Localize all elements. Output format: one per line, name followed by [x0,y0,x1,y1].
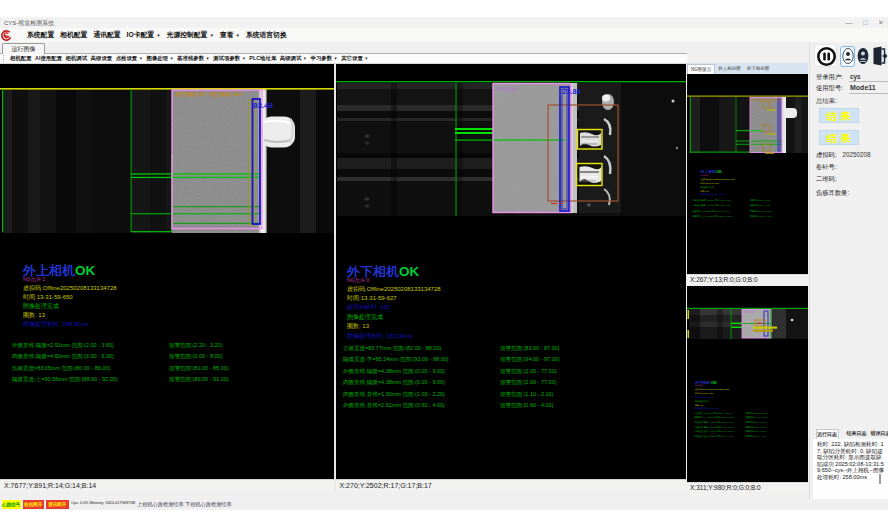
camera-view-upper[interactable]: 静态阈值:93, 动态阈值:100 83.48 外上相机 OK NG允许:1 虚… [0,64,334,480]
tab-count-label: 负极耳数量: [816,189,849,198]
defect-label-mark [765,153,774,154]
measure-line [173,206,261,207]
menu-item-comm-config[interactable]: 通讯配置 [93,30,120,40]
log-scrollbar[interactable] [879,474,881,484]
measure-row: 外侧直线-直线=2.61mm 范围:(0.60 - 4.00) [343,402,445,409]
baseline-green-line [687,308,808,309]
app-status-bar: 心跳信号 相机断开 通讯断开 Cpu: 0.0% Memory: 3424.41… [0,499,888,511]
toolbar-advanced-debug[interactable]: 高级调试▼ [280,55,307,62]
camera-image-lower [337,83,687,216]
toolbar-arrow-icon: ▼ [169,56,173,61]
toolbar-camera-debug[interactable]: 相机调试 [66,55,88,62]
model-value[interactable]: Mode11 [850,84,876,91]
exit-button[interactable] [872,46,887,66]
toolbar-item-label: 高级设置 [91,55,113,62]
log-tab-error[interactable]: 错误日志 [871,429,888,439]
menu-item-label: IO卡配置 [127,30,155,40]
baseline-yellow-line [0,88,334,90]
camera-ok-label: OK [716,169,722,174]
menu-item-view[interactable]: 查看▼ [220,30,240,40]
ai-box-overlay-label: AI检测框 [744,310,755,314]
edge-yellow-mark [688,330,690,338]
alarm-row: 报警范围:(0.00 - 8.00) [169,353,223,360]
login-user-button[interactable] [840,46,855,67]
thumbnail-view-lower[interactable]: AI检测框 外下相机 OK NG允许:0 虚拟码:Offline20250208… [687,286,808,482]
red-tick [757,323,762,324]
toolbar-arrow-icon: ▼ [303,56,307,61]
time-label: 时间:13-31-59-627 [695,392,714,394]
process-time-label: 图像处理耗时: 183.00ms [347,331,413,339]
log-tab-run[interactable]: 运行日志 [816,429,839,439]
camera-ok-label: OK [399,264,420,279]
toolbar-item-label: 基准线参数 [177,55,204,62]
ai-box-overlay-label: AI检测框 [496,86,518,93]
pause-icon [815,45,838,68]
toolbar-camera-config[interactable]: 相机配置 [10,55,32,62]
alarm-row: 报警范围:(94.00 - 97.00) [500,356,560,363]
threshold-overlay-label: 静态阈值:93, 动态阈值:100 [176,91,243,98]
toolbar-item-label: AI使用配置 [35,55,62,62]
admin-user-icon [857,47,869,65]
window-title: CYS-视觉检测系统 [4,19,54,28]
measure-line [131,176,260,177]
menu-item-camera-config[interactable]: 相机配置 [60,30,87,40]
toolbar-arrow-icon: ▼ [242,56,246,61]
process-time-label: 图像处理耗时: 258.00ms [23,320,89,328]
toolbar-other-settings[interactable]: 其它设置▼ [341,55,368,62]
toolbar-item-label: 高级调试 [280,55,302,62]
measure-row: 正极宽度=83.77mm 范围:(82.00 - 88.00) [343,344,441,351]
pause-button[interactable] [814,44,837,67]
log-tab-result[interactable]: 结果日志 [847,429,865,439]
camera-upper-coords-bar: X:7677;Y:891;R:14;G:14;B:14 [0,479,334,491]
toolbar-image-process[interactable]: 图像处理▼ [146,55,173,62]
thumb-tab-upper[interactable]: 外上相机图 [715,64,744,74]
red-tick [551,203,557,204]
toolbar-item-label: 学习参数 [311,55,333,62]
ai-time-label: 处理AI耗时: 165 [346,303,391,311]
roi-green-line [690,97,691,153]
menu-item-language[interactable]: 系统语言切换 [246,30,287,40]
toolbar-advanced-settings[interactable]: 高级设置 [91,55,113,62]
menu-arrow-icon: ▼ [235,33,239,38]
measure-line [742,323,771,324]
measure-line [731,327,742,328]
process-done-label: 图像处理完成 [23,302,59,310]
maximize-button[interactable]: □ [859,18,871,27]
circle-count-label: 圈数: 13 [23,312,46,319]
defect-label-mark [767,110,776,111]
toolbar-test-params[interactable]: 测试项参数▼ [213,55,246,62]
close-button[interactable]: ✕ [875,18,887,27]
user-icon [842,47,854,65]
toolbar-spot-check[interactable]: 点检设置▼ [116,55,143,62]
log-output[interactable]: 耗时: 222, 缺陷检测耗时: 17, 缺陷分类耗时: 0, 缺陷提取分区耗时… [813,439,888,500]
toolbar-ai-config[interactable]: AI使用配置 [35,55,62,62]
menu-item-label: 查看 [220,30,234,40]
admin-user-button[interactable] [857,47,869,65]
menu-item-label: 光源控制配置 [167,30,208,40]
upper-camera-status: 上相机心跳检测结果 [137,501,184,508]
virtual-code-label: 虚拟码: [816,151,837,160]
toolbar-plc-library[interactable]: PLC地址库 [249,55,276,62]
tab-run-image[interactable]: 运行图像 [2,43,45,54]
minimize-button[interactable]: — [843,18,855,27]
measure-row: 隔膜宽度-上=90.56mm 范围:(88.00 - 92.00) [12,376,118,383]
menu-arrow-icon: ▼ [156,33,160,38]
alarm-row: 报警范围:(1.10 - 2.10) [500,390,554,397]
thumb-tab-ng[interactable]: NG图显示 [687,64,715,74]
measure-row: 隔膜宽度-下=95.24mm 范围:(93.00 - 98.00) [343,356,449,363]
toolbar-learning-params[interactable]: 学习参数▼ [311,55,338,62]
camera-view-lower[interactable]: AI检测框 23.88 外下相机 OK NG允许:0 虚拟码:Offline20… [336,64,687,480]
measure-line [736,141,782,142]
login-user-value[interactable]: cys [850,73,861,80]
thumbnail-view-upper[interactable]: 静态阈值:93, 动态阈值:100 外上相机 OK NG允许:1 虚拟码:Off… [687,74,808,274]
alarm-row: 报警范围:(81.00 - 85.00) [169,364,229,371]
red-tick [559,203,563,204]
measure-line [690,152,750,153]
result-display-lower: 结果 [819,130,859,146]
menu-item-io-config[interactable]: IO卡配置▼ [127,30,161,40]
menu-item-system-config[interactable]: 系统配置 [27,30,54,40]
menu-item-label: 通讯配置 [93,30,120,40]
toolbar-baseline-params[interactable]: 基准线参数▼ [177,55,210,62]
menu-item-light-config[interactable]: 光源控制配置▼ [167,30,214,40]
thumb-tab-lower[interactable]: 外下相机图 [744,64,773,74]
